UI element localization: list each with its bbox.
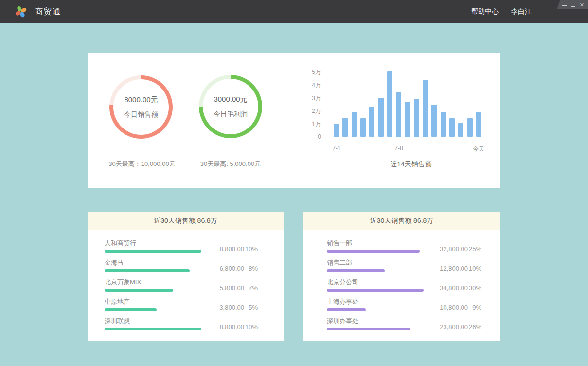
rank-item-percent: 7% <box>244 285 258 292</box>
bar <box>334 124 339 137</box>
today-profit-30day-max: 30天最高: 5,000.00元 <box>177 160 284 168</box>
today-profit-donut: 3000.00元 今日毛利润 <box>199 75 262 138</box>
bar <box>476 112 481 137</box>
bar <box>369 107 374 137</box>
pinwheel-logo-icon <box>14 4 28 19</box>
rank-item-percent: 5% <box>244 304 258 311</box>
y-axis-tick: 2万 <box>302 107 321 115</box>
rank-item-value: 8,800.0010% <box>205 246 258 253</box>
customer-rank-rows: 人和商贸行8,800.0010%金海马6,800.008%北京万象MIX5,80… <box>88 230 284 337</box>
rank-item-amount: 10,800.00 <box>429 304 468 311</box>
rank-item-percent: 10% <box>244 246 258 253</box>
bar-chart-bars <box>334 69 485 137</box>
window-controls: ✕ <box>557 0 588 9</box>
today-sales-value: 8000.00元 <box>124 95 158 105</box>
rank-item-amount: 6,800.00 <box>205 265 244 272</box>
rank-item-value: 10,800.009% <box>429 304 481 311</box>
user-name-menu[interactable]: 李白江 <box>511 7 532 16</box>
rank-item-bar <box>105 250 201 253</box>
list-item: 深圳联想8,800.0010% <box>88 318 284 337</box>
bar <box>342 118 348 137</box>
today-profit-donut-center: 3000.00元 今日毛利润 <box>203 79 258 134</box>
bar <box>396 92 401 137</box>
rank-item-percent: 10% <box>244 324 258 330</box>
list-item: 中原地产3,800.005% <box>88 298 284 318</box>
today-sales-donut: 8000.00元 今日销售额 <box>109 75 173 139</box>
rank-item-value: 5,800.007% <box>205 285 258 292</box>
y-axis-tick: 5万 <box>302 68 321 76</box>
rank-item-bar <box>105 269 190 272</box>
today-profit-value: 3000.00元 <box>214 95 247 104</box>
rank-item-percent: 25% <box>468 246 481 253</box>
rank-item-bar <box>105 289 173 292</box>
x-axis-label: 7-1 <box>332 145 340 152</box>
bar <box>458 123 463 137</box>
rank-item-amount: 12,800.00 <box>429 265 468 272</box>
list-item: 深圳办事处23,800.0026% <box>303 318 500 337</box>
bar <box>441 112 446 137</box>
rank-item-value: 34,800.0030% <box>429 285 481 292</box>
rank-item-value: 3,800.005% <box>205 304 258 311</box>
rank-item-value: 6,800.008% <box>205 265 258 272</box>
rank-item-amount: 5,800.00 <box>205 285 244 292</box>
rank-item-percent: 30% <box>468 285 481 292</box>
bar-chart-y-axis: 5万4万3万2万1万0 <box>302 53 321 150</box>
today-profit-label: 今日毛利润 <box>214 110 248 119</box>
app-title-bar: 商贸通 帮助中心 李白江 ✕ <box>0 0 588 23</box>
rank-item-amount: 23,800.00 <box>429 324 468 330</box>
x-axis-label: 7-8 <box>394 145 403 152</box>
rank-item-percent: 9% <box>468 304 481 311</box>
rank-item-amount: 32,800.00 <box>429 246 468 253</box>
rank-item-percent: 26% <box>468 324 481 330</box>
rank-item-percent: 10% <box>468 265 481 272</box>
list-item: 金海马6,800.008% <box>88 259 284 279</box>
bar <box>352 112 357 137</box>
department-sales-rank-card: 近30天销售额 86.8万 销售一部32,800.0025%销售二部12,800… <box>303 212 500 341</box>
rank-item-amount: 8,800.00 <box>205 324 244 330</box>
rank-item-bar <box>327 328 410 330</box>
rank-item-bar <box>327 289 424 292</box>
rank-item-value: 23,800.0026% <box>429 324 481 330</box>
rank-item-bar <box>105 328 201 330</box>
close-icon[interactable]: ✕ <box>580 2 584 7</box>
y-axis-tick: 4万 <box>302 81 321 90</box>
x-axis-label: 今天 <box>473 145 484 153</box>
today-sales-donut-center: 8000.00元 今日销售额 <box>113 79 169 135</box>
bar-chart-x-axis: 7-17-8今天 <box>334 145 485 153</box>
app-title: 商贸通 <box>35 7 61 17</box>
bar <box>360 118 366 137</box>
y-axis-tick: 1万 <box>302 120 321 128</box>
list-item: 北京分公司34,800.0030% <box>303 279 500 298</box>
list-item: 销售二部12,800.0010% <box>303 259 500 279</box>
y-axis-tick: 3万 <box>302 94 321 103</box>
rank-item-value: 32,800.0025% <box>429 246 481 253</box>
bar <box>431 105 437 137</box>
rank-item-amount: 8,800.00 <box>205 246 244 253</box>
minimize-icon[interactable] <box>562 5 567 6</box>
list-item: 人和商贸行8,800.0010% <box>88 240 284 259</box>
rank-item-value: 12,800.0010% <box>429 265 481 272</box>
summary-card: 8000.00元 今日销售额 30天最高：10,000.00元 3000.00元… <box>88 53 500 188</box>
help-center-link[interactable]: 帮助中心 <box>471 7 499 16</box>
rank-item-bar <box>327 250 420 253</box>
today-sales-label: 今日销售额 <box>124 110 158 119</box>
bar <box>414 99 419 137</box>
rank-item-bar <box>105 308 157 311</box>
rank-item-bar <box>327 308 366 311</box>
customer-sales-rank-card: 近30天销售额 86.8万 人和商贸行8,800.0010%金海马6,800.0… <box>88 212 284 341</box>
department-rank-header: 近30天销售额 86.8万 <box>303 212 500 230</box>
maximize-icon[interactable] <box>571 3 575 7</box>
bar <box>387 71 392 137</box>
rank-item-bar <box>327 269 385 272</box>
bar <box>467 118 473 137</box>
bar <box>378 98 384 137</box>
list-item: 北京万象MIX5,800.007% <box>88 279 284 298</box>
bar <box>449 118 455 137</box>
list-item: 销售一部32,800.0025% <box>303 240 500 259</box>
y-axis-tick: 0 <box>302 133 321 140</box>
rank-item-amount: 3,800.00 <box>205 304 244 311</box>
list-item: 上海办事处10,800.009% <box>303 298 500 318</box>
bar <box>405 102 410 137</box>
rank-item-value: 8,800.0010% <box>205 324 258 330</box>
rank-item-percent: 8% <box>244 265 258 272</box>
